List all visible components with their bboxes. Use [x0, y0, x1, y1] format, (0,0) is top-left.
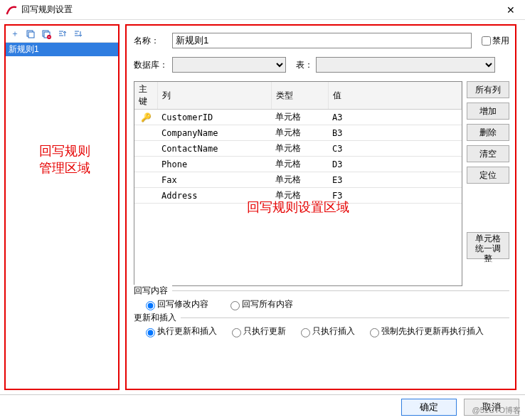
cell-pk: 🔑 [134, 110, 157, 125]
cell-pk [134, 157, 157, 172]
left-panel-caption: 回写规则 管理区域 [26, 142, 104, 177]
name-label: 名称： [134, 35, 172, 47]
group-title-writeback: 回写内容 [134, 285, 172, 297]
cancel-button[interactable]: 取消 [464, 399, 519, 416]
delete-column-button[interactable]: 删除 [467, 124, 509, 141]
window-title: 回写规则设置 [21, 4, 502, 16]
cell-value: C3 [328, 141, 462, 157]
table-row[interactable]: Phone单元格D3 [134, 157, 462, 172]
grid-header-row: 主键 列 类型 值 [134, 82, 462, 110]
cell-value: D3 [328, 157, 462, 172]
col-header-pk[interactable]: 主键 [134, 82, 157, 110]
close-button[interactable]: ✕ [502, 3, 519, 17]
rules-list: 新规则1 [6, 43, 118, 56]
rule-item[interactable]: 新规则1 [6, 43, 118, 56]
copy-rule-icon[interactable] [24, 28, 37, 41]
cell-value: E3 [328, 172, 462, 188]
update-insert-group: 更新和插入 执行更新和插入 只执行更新 只执行插入 强制先执行更新再执行插入 [134, 317, 509, 340]
app-logo-icon [6, 4, 17, 16]
add-rule-icon[interactable]: ＋ [9, 28, 21, 41]
cell-adjust-button[interactable]: 单元格统一调整 [467, 232, 509, 259]
table-label: 表： [296, 59, 313, 71]
cell-type: 单元格 [271, 188, 328, 204]
cell-value: A3 [328, 110, 462, 125]
radio-write-modified[interactable]: 回写修改内容 [142, 298, 208, 310]
table-row[interactable]: Address单元格F3 [134, 188, 462, 204]
cell-pk [134, 125, 157, 141]
rules-toolbar: ＋ [6, 26, 118, 43]
cell-pk [134, 172, 157, 188]
cell-type: 单元格 [271, 125, 328, 141]
all-columns-button[interactable]: 所有列 [467, 81, 509, 98]
dialog-footer: 确定 取消 [0, 394, 525, 419]
disable-label: 禁用 [492, 35, 509, 47]
delete-rule-icon[interactable] [40, 28, 53, 41]
locate-button[interactable]: 定位 [467, 167, 509, 184]
col-header-column[interactable]: 列 [157, 82, 271, 110]
cell-pk [134, 188, 157, 204]
table-row[interactable]: CompanyName单元格B3 [134, 125, 462, 141]
radio-write-all[interactable]: 回写所有内容 [227, 298, 293, 310]
title-bar: 回写规则设置 ✕ [0, 0, 525, 20]
cell-type: 单元格 [271, 157, 328, 172]
writeback-content-group: 回写内容 回写修改内容 回写所有内容 [134, 290, 509, 313]
rule-settings-panel: 名称： 禁用 数据库： 表： 主键 列 类型 [125, 24, 516, 390]
table-row[interactable]: 🔑CustomerID单元格A3 [134, 110, 462, 125]
table-select[interactable] [316, 57, 495, 73]
cell-value: B3 [328, 125, 462, 141]
cell-column: Address [157, 188, 271, 204]
cell-pk [134, 141, 157, 157]
col-header-value[interactable]: 值 [328, 82, 462, 110]
database-label: 数据库： [134, 59, 172, 71]
disable-checkbox-wrap[interactable]: 禁用 [479, 34, 509, 48]
table-row[interactable]: Fax单元格E3 [134, 172, 462, 188]
radio-update-and-insert[interactable]: 执行更新和插入 [142, 325, 217, 337]
cell-column: CustomerID [157, 110, 271, 125]
cell-type: 单元格 [271, 110, 328, 125]
group-title-update-insert: 更新和插入 [134, 312, 181, 324]
cell-column: Fax [157, 172, 271, 188]
disable-checkbox[interactable] [482, 36, 491, 46]
move-up-icon[interactable] [55, 28, 68, 41]
cell-value: F3 [328, 188, 462, 204]
table-row[interactable]: ContactName单元格C3 [134, 141, 462, 157]
cell-type: 单元格 [271, 172, 328, 188]
dialog-body: ＋ 新规则1 回写规则 管理区域 名称： 禁用 [0, 20, 525, 394]
cell-type: 单元格 [271, 141, 328, 157]
rule-name-input[interactable] [172, 33, 472, 48]
col-header-type[interactable]: 类型 [271, 82, 328, 110]
add-column-button[interactable]: 增加 [467, 103, 509, 120]
cell-column: Phone [157, 157, 271, 172]
clear-columns-button[interactable]: 清空 [467, 145, 509, 162]
cell-column: CompanyName [157, 125, 271, 141]
radio-force-update-then-insert[interactable]: 强制先执行更新再执行插入 [366, 325, 484, 337]
move-down-icon[interactable] [71, 28, 84, 41]
grid-side-buttons: 所有列 增加 删除 清空 定位 单元格统一调整 [467, 81, 509, 286]
radio-insert-only[interactable]: 只执行插入 [297, 325, 355, 337]
columns-grid[interactable]: 主键 列 类型 值 🔑CustomerID单元格A3CompanyName单元格… [134, 81, 462, 286]
radio-update-only[interactable]: 只执行更新 [228, 325, 286, 337]
svg-rect-1 [28, 32, 34, 38]
ok-button[interactable]: 确定 [401, 399, 457, 416]
cell-column: ContactName [157, 141, 271, 157]
database-select[interactable] [172, 57, 286, 73]
rules-management-panel: ＋ 新规则1 回写规则 管理区域 [4, 24, 120, 390]
